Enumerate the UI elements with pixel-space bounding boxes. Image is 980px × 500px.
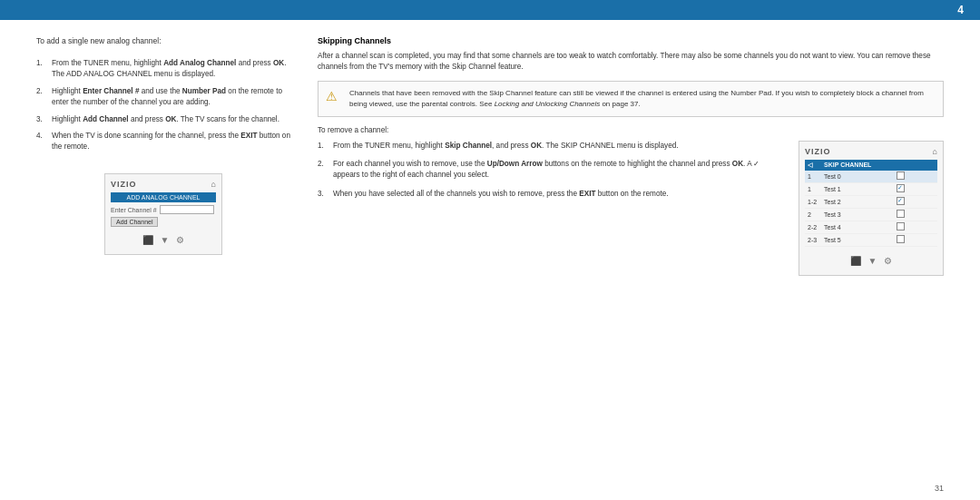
- table-row: 1-2 Test 2: [805, 195, 937, 208]
- page-number: 4: [957, 4, 964, 16]
- tv-icon-down: ▼: [161, 235, 170, 245]
- table-row: 1 Test 1: [805, 182, 937, 195]
- table-cell-check: [894, 171, 937, 183]
- list-item: 2. Highlight Enter Channel # and use the…: [36, 86, 290, 108]
- table-cell-check: [894, 233, 937, 246]
- table-cell-check: [894, 221, 937, 233]
- step-text: Highlight Enter Channel # and use the Nu…: [52, 86, 290, 108]
- list-item: 3. When you have selected all of the cha…: [318, 189, 780, 200]
- left-steps-list: 1. From the TUNER menu, highlight Add An…: [36, 58, 290, 159]
- table-cell-ch: 2-3: [805, 233, 821, 246]
- left-column: To add a single new analog channel: 1. F…: [36, 36, 290, 491]
- checkbox[interactable]: [897, 235, 905, 243]
- checkbox-checked[interactable]: [897, 184, 905, 192]
- step-num: 4.: [36, 131, 47, 152]
- tv-header: VIZIO ⌂: [111, 180, 216, 189]
- table-cell-ch: 1: [805, 182, 821, 195]
- table-cell-name: Test 5: [821, 233, 894, 246]
- table-cell-ch: 1-2: [805, 195, 821, 208]
- step-num: 3.: [318, 189, 328, 200]
- bold-text: Enter Channel #: [83, 87, 139, 95]
- table-cell-check: [894, 182, 937, 195]
- bold-text: Up/Down Arrow: [487, 160, 543, 168]
- step-text: Highlight Add Channel and press OK. The …: [52, 114, 290, 125]
- bold-text: EXIT: [579, 190, 595, 198]
- remove-intro: To remove a channel:: [318, 126, 944, 134]
- table-row: 2 Test 3: [805, 208, 937, 221]
- checkbox[interactable]: [897, 210, 905, 218]
- tv-icon-settings: ⚙: [176, 235, 184, 245]
- list-item: 4. When the TV is done scanning for the …: [36, 131, 290, 152]
- remove-steps: 1. From the TUNER menu, highlight Skip C…: [318, 141, 780, 276]
- content-area: To add a single new analog channel: 1. F…: [0, 20, 980, 500]
- table-row: 2-3 Test 5: [805, 233, 937, 246]
- bold-text: OK: [732, 160, 743, 168]
- checkbox[interactable]: [897, 172, 905, 180]
- step-text: For each channel you wish to remove, use…: [333, 159, 780, 181]
- bold-text: Skip Channel: [445, 142, 492, 150]
- step-num: 2.: [318, 159, 328, 181]
- table-cell-name: Test 2: [821, 195, 894, 208]
- table-header-row: ◁ SKIP CHANNEL: [805, 160, 937, 171]
- tv-menu-bar: ADD ANALOG CHANNEL: [111, 192, 216, 202]
- col-header-label: SKIP CHANNEL: [821, 160, 937, 171]
- list-item: 1. From the TUNER menu, highlight Skip C…: [318, 141, 780, 152]
- step-num: 1.: [318, 141, 328, 152]
- table-cell-ch: 2-2: [805, 221, 821, 233]
- checkbox[interactable]: [897, 222, 905, 230]
- warning-end-text: on page 37.: [600, 100, 640, 108]
- table-row: 1 Test 0: [805, 171, 937, 183]
- col-header-back: ◁: [805, 160, 821, 171]
- intro-para: After a channel scan is completed, you m…: [318, 51, 944, 74]
- tv-header-right: VIZIO ⌂: [805, 147, 937, 156]
- bold-text: OK: [273, 59, 284, 67]
- bold-text: Add Analog Channel: [163, 59, 236, 67]
- step-num: 1.: [36, 58, 47, 80]
- warning-text: Channels that have been removed with the…: [349, 88, 936, 110]
- checkbox-checked[interactable]: [897, 197, 905, 205]
- tv-icon-screen: ⬛: [142, 235, 153, 245]
- bold-text: Number Pad: [182, 87, 226, 95]
- tv-input-row: Enter Channel #: [111, 205, 216, 214]
- section-title: Skipping Channels: [318, 36, 944, 45]
- step-text: From the TUNER menu, highlight Add Analo…: [52, 58, 290, 80]
- right-column: Skipping Channels After a channel scan i…: [318, 36, 944, 491]
- list-item: 2. For each channel you wish to remove, …: [318, 159, 780, 181]
- table-cell-name: Test 3: [821, 208, 894, 221]
- tv-logo: VIZIO: [111, 180, 137, 189]
- tv-footer-icons-right: ⬛ ▼ ⚙: [805, 256, 937, 266]
- page-num-bottom: 31: [935, 484, 944, 493]
- step-num: 3.: [36, 114, 47, 125]
- tv-input-label: Enter Channel #: [111, 207, 157, 213]
- step-text: From the TUNER menu, highlight Skip Chan…: [333, 141, 780, 152]
- list-item: 1. From the TUNER menu, highlight Add An…: [36, 58, 290, 80]
- bold-text: Add Channel: [83, 115, 129, 123]
- tv-icon-down-right: ▼: [868, 256, 877, 266]
- bottom-section: 1. From the TUNER menu, highlight Skip C…: [318, 141, 944, 276]
- step-text: When the TV is done scanning for the cha…: [52, 131, 290, 152]
- bold-text: OK: [165, 115, 176, 123]
- table-row: 2-2 Test 4: [805, 221, 937, 233]
- tv-icon-settings-right: ⚙: [884, 256, 892, 266]
- step-text: When you have selected all of the channe…: [333, 189, 780, 200]
- table-cell-name: Test 0: [821, 171, 894, 183]
- table-cell-ch: 1: [805, 171, 821, 183]
- tv-add-channel-button[interactable]: Add Channel: [111, 217, 158, 227]
- list-item: 3. Highlight Add Channel and press OK. T…: [36, 114, 290, 125]
- bold-text: OK: [531, 142, 542, 150]
- tv-input-field[interactable]: [160, 205, 214, 214]
- tv-icon-screen-right: ⬛: [850, 256, 861, 266]
- warning-box: ⚠ Channels that have been removed with t…: [318, 81, 944, 117]
- table-cell-name: Test 1: [821, 182, 894, 195]
- left-intro-text: To add a single new analog channel:: [36, 36, 290, 45]
- tv-footer-icons: ⬛ ▼ ⚙: [111, 235, 216, 245]
- table-cell-name: Test 4: [821, 221, 894, 233]
- remove-steps-list: 1. From the TUNER menu, highlight Skip C…: [318, 141, 780, 201]
- home-icon-right: ⌂: [933, 147, 937, 156]
- tv-logo-right: VIZIO: [805, 147, 831, 156]
- top-bar: 4: [0, 0, 980, 20]
- bold-text: EXIT: [240, 132, 257, 140]
- table-cell-check: [894, 208, 937, 221]
- home-icon: ⌂: [211, 180, 216, 189]
- warning-icon: ⚠: [326, 89, 342, 110]
